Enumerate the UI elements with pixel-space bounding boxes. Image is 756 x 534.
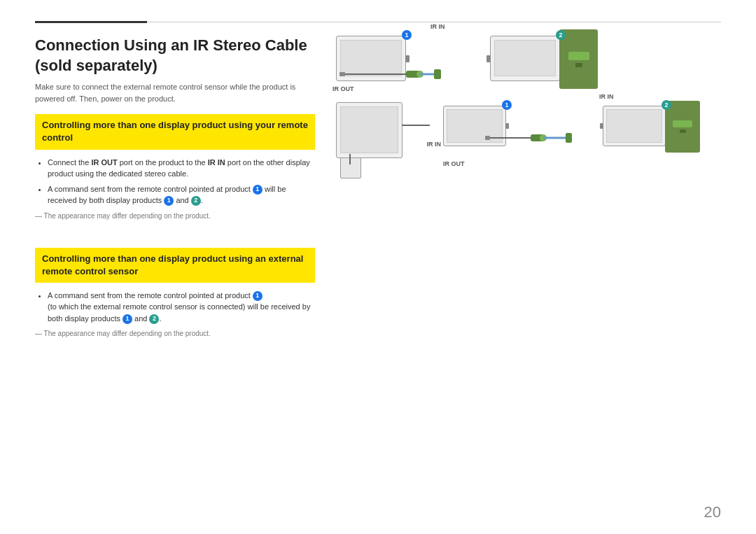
- section1-highlight: Controlling more than one display produc…: [35, 114, 315, 149]
- page-number: 20: [704, 503, 721, 521]
- ir-in-label-top: IR IN: [426, 141, 441, 148]
- section1-bullets: Connect the IR OUT port on the product t…: [35, 157, 315, 206]
- top-divider: [35, 21, 721, 23]
- section2-highlight: Controlling more than one display produc…: [35, 248, 315, 283]
- section2-note: The appearance may differ depending on t…: [35, 330, 315, 337]
- svg-rect-12: [566, 133, 572, 143]
- cable-diagram-2: [485, 123, 597, 193]
- section1-note: The appearance may differ depending on t…: [35, 212, 315, 220]
- ir-out-label-2: IR OUT: [443, 160, 465, 167]
- sensor-device: [336, 102, 402, 158]
- svg-rect-0: [340, 72, 345, 76]
- svg-rect-6: [434, 69, 441, 79]
- ir-in-label: IR IN: [430, 23, 445, 30]
- page-title: Connection Using an IR Stereo Cable (sol…: [35, 36, 315, 76]
- ir-in-label-bottom: IR IN: [599, 93, 614, 100]
- subtitle-text: Make sure to connect the external remote…: [35, 81, 315, 104]
- monitor-4: [603, 106, 666, 146]
- section2-bullets: A command sent from the remote control p…: [35, 290, 315, 325]
- svg-rect-7: [485, 136, 490, 140]
- monitor-2: [490, 36, 560, 81]
